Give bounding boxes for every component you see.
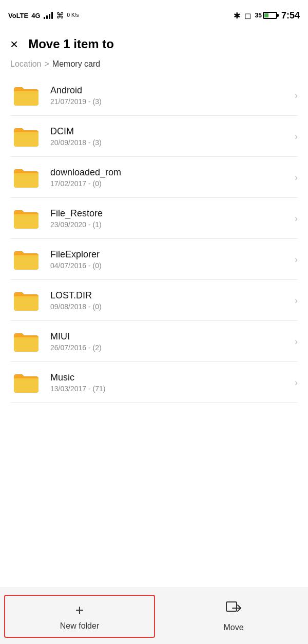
header: × Move 1 item to (0, 31, 308, 55)
breadcrumb: Location > Memory card (0, 55, 308, 75)
battery-icon (263, 12, 277, 19)
folder-info: LOST.DIR 09/08/2018 - (0) (50, 290, 295, 311)
folder-info: downloaded_rom 17/02/2017 - (0) (50, 167, 295, 188)
folder-info: Android 21/07/2019 - (3) (50, 85, 295, 106)
svg-rect-0 (226, 602, 237, 611)
time-label: 7:54 (281, 10, 300, 21)
list-item[interactable]: Music 13/03/2017 - (71) › (0, 362, 308, 403)
chevron-right-icon: › (295, 131, 298, 142)
folder-icon (10, 369, 42, 396)
breadcrumb-location[interactable]: Location (10, 59, 42, 69)
chevron-right-icon: › (295, 213, 298, 224)
chevron-right-icon: › (295, 172, 298, 183)
new-folder-icon: + (75, 602, 84, 618)
status-right: ✱ ◻ 35 7:54 (234, 10, 300, 21)
content-area: × Move 1 item to Location > Memory card … (0, 31, 308, 588)
folder-date: 09/08/2018 - (0) (50, 303, 295, 311)
folder-icon (10, 328, 42, 355)
new-folder-button[interactable]: + New folder (4, 595, 155, 638)
move-label: Move (223, 623, 243, 632)
chevron-right-icon: › (295, 254, 298, 265)
folder-info: DCIM 20/09/2018 - (3) (50, 126, 295, 147)
folder-name: Music (50, 372, 295, 383)
folder-date: 20/09/2018 - (3) (50, 138, 295, 147)
move-icon (225, 600, 242, 620)
folder-name: File_Restore (50, 208, 295, 219)
bluetooth-icon: ✱ (234, 11, 240, 21)
folder-date: 23/09/2020 - (1) (50, 220, 295, 229)
folder-info: File_Restore 23/09/2020 - (1) (50, 208, 295, 229)
new-folder-label: New folder (60, 621, 99, 631)
folder-icon (10, 287, 42, 314)
close-button[interactable]: × (10, 37, 18, 51)
folder-list: Android 21/07/2019 - (3) › DCIM 20/09/20… (0, 75, 308, 403)
folder-info: Music 13/03/2017 - (71) (50, 372, 295, 393)
chevron-right-icon: › (295, 336, 298, 347)
folder-icon (10, 164, 42, 191)
wifi-icon: ⌘ (56, 11, 64, 21)
folder-date: 17/02/2017 - (0) (50, 179, 295, 188)
list-item[interactable]: LOST.DIR 09/08/2018 - (0) › (0, 280, 308, 321)
folder-date: 13/03/2017 - (71) (50, 385, 295, 393)
folder-icon (10, 246, 42, 273)
battery-fill (264, 13, 268, 17)
device-icon: ◻ (244, 11, 251, 21)
breadcrumb-separator: > (45, 59, 49, 69)
folder-name: downloaded_rom (50, 167, 295, 178)
folder-info: FileExplorer 04/07/2016 - (0) (50, 249, 295, 270)
folder-date: 21/07/2019 - (3) (50, 97, 295, 106)
list-item[interactable]: Android 21/07/2019 - (3) › (0, 75, 308, 116)
breadcrumb-current: Memory card (52, 59, 100, 69)
chevron-right-icon: › (295, 377, 298, 388)
status-bar: VoLTE 4G ⌘ 0 K/s ✱ ◻ 35 7:54 (0, 0, 308, 31)
list-item[interactable]: FileExplorer 04/07/2016 - (0) › (0, 239, 308, 280)
folder-date: 26/07/2016 - (2) (50, 344, 295, 352)
signal-bars-icon (44, 12, 53, 19)
list-item[interactable]: downloaded_rom 17/02/2017 - (0) › (0, 157, 308, 198)
chevron-right-icon: › (295, 90, 298, 101)
list-item[interactable]: MIUI 26/07/2016 - (2) › (0, 321, 308, 362)
list-item[interactable]: File_Restore 23/09/2020 - (1) › (0, 198, 308, 239)
folder-icon (10, 123, 42, 150)
folder-name: FileExplorer (50, 249, 295, 260)
page-title: Move 1 item to (28, 37, 114, 51)
list-item[interactable]: DCIM 20/09/2018 - (3) › (0, 116, 308, 157)
data-speed-label: 0 K/s (67, 12, 79, 18)
bottom-bar: + New folder Move (0, 588, 308, 644)
folder-name: LOST.DIR (50, 290, 295, 301)
folder-name: DCIM (50, 126, 295, 137)
folder-name: Android (50, 85, 295, 96)
battery-percent: 35 (255, 12, 262, 19)
move-button[interactable]: Move (159, 594, 308, 638)
signal-4g-label: 4G (31, 12, 40, 19)
folder-icon (10, 205, 42, 232)
battery-container: 35 (255, 12, 277, 19)
chevron-right-icon: › (295, 295, 298, 306)
folder-name: MIUI (50, 331, 295, 342)
folder-info: MIUI 26/07/2016 - (2) (50, 331, 295, 352)
carrier-label: VoLTE (8, 12, 28, 19)
folder-date: 04/07/2016 - (0) (50, 261, 295, 270)
folder-icon (10, 82, 42, 109)
status-left: VoLTE 4G ⌘ 0 K/s (8, 11, 79, 21)
